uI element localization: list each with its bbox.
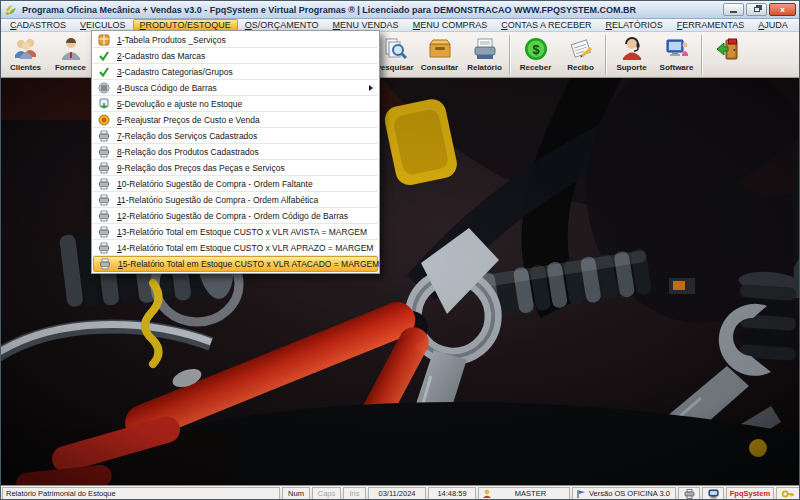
printer-icon [97, 161, 110, 174]
clients-label: Clientes [10, 63, 41, 72]
report-button[interactable]: Relatório [462, 33, 507, 77]
close-button[interactable]: x [769, 3, 796, 16]
svg-text:$: $ [532, 42, 540, 57]
submenu-arrow-icon [369, 85, 373, 91]
support-button[interactable]: Suporte [609, 33, 654, 77]
supplier-button[interactable]: Fornece [48, 33, 93, 77]
caps-lock-indicator: Caps [312, 487, 341, 500]
printer-icon [97, 209, 110, 222]
menu-item-cadastro-marcas[interactable]: 2-Cadastro das Marcas [93, 48, 378, 64]
printer-icon [97, 145, 110, 158]
menubar-item-menu-compras[interactable]: MENU COMPRAS [406, 19, 495, 31]
menubar-item-relatorios[interactable]: RELATÓRIOS [599, 19, 670, 31]
software-icon [663, 35, 691, 63]
printer-icon [97, 129, 110, 142]
toolbar-separator [509, 35, 511, 75]
version-flag-icon [576, 489, 586, 499]
menubar-item-ajuda[interactable]: AJUDA [751, 19, 795, 31]
software-label: Software [660, 63, 694, 72]
menu-item-total-estoque-avista[interactable]: 13-Relatório Total em Estoque CUSTO x VL… [93, 224, 378, 240]
clients-icon [12, 35, 40, 63]
software-button[interactable]: Software [654, 33, 699, 77]
consult-label: Consultar [421, 63, 458, 72]
status-version: Versão OS OFICINA 3.0 [572, 487, 676, 500]
menu-item-sugestao-faltante[interactable]: 10-Relatório Sugestão de Compra - Ordem … [93, 176, 378, 192]
status-user: MASTER [478, 487, 570, 500]
receipt-button[interactable]: Recibo [558, 33, 603, 77]
support-label: Suporte [616, 63, 646, 72]
menu-item-cadastro-categorias[interactable]: 3-Cadastro Categorias/Grupos [93, 64, 378, 80]
receipt-icon [567, 35, 595, 63]
receipt-label: Recibo [567, 63, 594, 72]
statusbar: Relatório Patrimonial do Estoque Num Cap… [1, 485, 800, 500]
supplier-icon [57, 35, 85, 63]
restore-button[interactable] [746, 3, 767, 16]
receive-button[interactable]: $ Receber [513, 33, 558, 77]
menubar-item-contas-a-receber[interactable]: CONTAS A RECEBER [494, 19, 598, 31]
menu-item-total-estoque-aprazo[interactable]: 14-Relatório Total em Estoque CUSTO x VL… [93, 240, 378, 256]
menu-item-devolucao-ajuste[interactable]: 5-Devolução e ajuste no Estoque [93, 96, 378, 112]
minimize-icon [730, 11, 737, 13]
produto-estoque-menu-popup: 1-Tabela Produtos _Serviços 2-Cadastro d… [91, 30, 380, 274]
printer-status-button[interactable] [678, 487, 700, 500]
status-message: Relatório Patrimonial do Estoque [2, 487, 280, 500]
restore-icon [754, 7, 760, 12]
menu-item-sugestao-alfabetica[interactable]: 11-Relatório Sugestão de Compra - Ordem … [93, 192, 378, 208]
app-logo-icon [5, 4, 17, 16]
barcode-icon [97, 81, 110, 94]
monitor-icon [708, 489, 719, 499]
printer-icon [97, 177, 110, 190]
menu-item-reajustar-precos[interactable]: 6-Reajustar Preços de Custo e Venda [93, 112, 378, 128]
menu-item-total-estoque-atacado[interactable]: 15-Relatório Total em Estoque CUSTO x VL… [93, 256, 378, 272]
exit-icon [714, 35, 742, 63]
report-icon [471, 35, 499, 63]
check-icon [97, 65, 110, 78]
toolbar-separator [605, 35, 607, 75]
dollar-icon: $ [522, 35, 550, 63]
printer-status-icon [684, 489, 695, 499]
menu-item-relacao-produtos[interactable]: 8-Relação dos Produtos Cadastrados [93, 144, 378, 160]
insert-indicator: Ins [343, 487, 366, 500]
search-label: Pesquisar [375, 63, 413, 72]
search-docs-icon [381, 35, 409, 63]
brand-label: FpqSystem [726, 487, 774, 500]
minimize-button[interactable] [723, 3, 744, 16]
exit-button[interactable] [705, 33, 750, 77]
file-drawer-icon [426, 35, 454, 63]
menu-item-tabela-produtos[interactable]: 1-Tabela Produtos _Serviços [93, 32, 378, 48]
receive-label: Receber [520, 63, 552, 72]
user-icon [482, 489, 492, 499]
key-icon [782, 489, 794, 499]
printer-icon [97, 193, 110, 206]
toolbar-group-right: Pesquisar Consultar [372, 33, 750, 77]
printer-icon [97, 241, 110, 254]
coin-icon [97, 113, 110, 126]
status-time: 14:48:59 [428, 487, 476, 500]
toolbar-separator [701, 35, 703, 75]
status-date: 03/11/2024 [368, 487, 426, 500]
menubar-item-cadastros[interactable]: CADASTROS [3, 19, 73, 31]
supplier-label: Fornece [55, 63, 86, 72]
num-lock-indicator: Num [282, 487, 310, 500]
table-icon [97, 33, 110, 46]
printer-icon [97, 225, 110, 238]
titlebar: Programa Oficina Mecânica + Vendas v3.0 … [1, 1, 800, 19]
printer-icon [98, 258, 111, 271]
clients-button[interactable]: Clientes [3, 33, 48, 77]
menu-item-relacao-servicos[interactable]: 7-Relação dos Serviços Cadastrados [93, 128, 378, 144]
consult-button[interactable]: Consultar [417, 33, 462, 77]
close-icon: x [780, 6, 784, 14]
support-icon [618, 35, 646, 63]
window-title: Programa Oficina Mecânica + Vendas v3.0 … [22, 5, 636, 15]
window-controls: x [723, 3, 796, 16]
license-key-button[interactable] [776, 487, 800, 500]
application-window: Programa Oficina Mecânica + Vendas v3.0 … [0, 0, 800, 500]
menu-item-relacao-precos[interactable]: 9-Relação dos Preços das Peças e Serviço… [93, 160, 378, 176]
return-icon [97, 97, 110, 110]
menu-item-sugestao-codigo-barras[interactable]: 12-Relatório Sugestão de Compra - Ordem … [93, 208, 378, 224]
report-label: Relatório [467, 63, 502, 72]
check-icon [97, 49, 110, 62]
menubar-item-ferramentas[interactable]: FERRAMENTAS [670, 19, 751, 31]
network-status-button[interactable] [702, 487, 724, 500]
menu-item-busca-codigo-barras[interactable]: 4-Busca Código de Barras [93, 80, 378, 96]
